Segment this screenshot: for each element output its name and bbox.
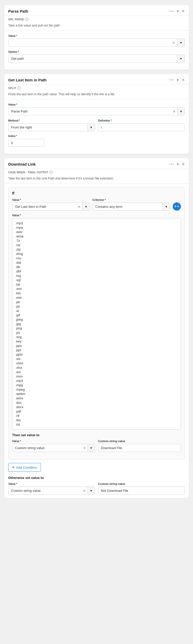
otherwise-value-select[interactable]: Custom string value ✕ ▾ [8, 487, 95, 495]
list-item: .docx [15, 405, 178, 409]
download-link-chevron-icon[interactable] [177, 162, 179, 167]
list-item: .sql [15, 278, 178, 282]
otherwise-title: Otherwise set value to [8, 476, 185, 480]
add-condition-button[interactable]: + Add Condition [8, 463, 41, 472]
get-last-item-chevron-icon[interactable] [177, 78, 179, 82]
parse-path-info-icon[interactable]: i [25, 18, 29, 21]
then-value-label: Value* [12, 440, 95, 443]
get-last-item-value-select[interactable]: Parse Path ✕ ▾ [8, 107, 185, 115]
criterion-value-chevron[interactable]: ▾ [82, 203, 90, 210]
list-item: .doc [15, 400, 178, 405]
then-value-select[interactable]: Custom string value ✕ ▾ [12, 444, 95, 452]
get-last-item-close-icon[interactable] [181, 78, 185, 82]
list-item: .avi [15, 370, 178, 374]
criterion-value-clear[interactable]: ✕ [76, 205, 82, 209]
download-link-title: Download Link [8, 162, 169, 166]
criterion-field: Criterion* Contains any term ▾ [92, 198, 170, 211]
parse-path-body: Value* ✕ ▾ Option* Get path ▾ [4, 31, 189, 70]
get-last-item-delimiter-input-group[interactable] [98, 123, 185, 131]
list-item: .xls [15, 357, 178, 361]
download-link-body: If Value* Get Last Item in Path ✕ ▾ Crit… [4, 184, 189, 498]
get-last-item-info-icon[interactable]: i [17, 86, 21, 90]
get-last-item-delimiter-label: Delimiter* [98, 119, 185, 122]
list-item: .ai [15, 308, 178, 313]
list-item: .wma [15, 234, 178, 238]
values-list-box[interactable]: .mp3.mpa.wav.wma.7z.rar.zip.dmg.csv.dat.… [12, 218, 181, 430]
then-custom-input[interactable] [98, 444, 181, 452]
download-link-info-icon[interactable]: i [49, 170, 53, 174]
parse-path-value-clear[interactable]: ✕ [170, 41, 177, 45]
list-item: .xlsm [15, 361, 178, 365]
list-item: .dat [15, 260, 178, 265]
parse-path-value-input[interactable] [8, 39, 170, 46]
then-row: Value* Custom string value ✕ ▾ Custom st… [12, 440, 181, 452]
list-item: .jar [15, 300, 178, 304]
otherwise-value-text: Custom string value [8, 487, 81, 494]
get-last-item-method-field: Method* From the right ▾ [8, 119, 95, 131]
get-last-item-index-stepper[interactable]: ▴ ▾ [8, 139, 44, 147]
get-last-item-method-delimiter-row: Method* From the right ▾ Delimiter* [8, 119, 185, 131]
parse-path-close-icon[interactable] [181, 9, 185, 14]
criterion-chevron[interactable]: ▾ [163, 203, 170, 210]
otherwise-row: Value* Custom string value ✕ ▾ Custom st… [8, 482, 185, 495]
list-item: .rtf [15, 414, 178, 418]
list-item: .dmg [15, 252, 178, 256]
get-last-item-method-text: From the right [8, 124, 87, 131]
list-item: .7z [15, 238, 178, 243]
otherwise-value-chevron[interactable]: ▾ [87, 487, 95, 494]
list-item: .png [15, 326, 178, 330]
get-last-item-value-clear[interactable]: ✕ [171, 109, 177, 114]
otherwise-value-clear[interactable]: ✕ [81, 489, 87, 493]
download-link-subtitle: CASE WHEN - FINAL OUTPUT i [4, 169, 189, 175]
parse-path-value-label: Value* [8, 34, 185, 37]
parse-path-dots-icon[interactable] [169, 10, 174, 13]
get-last-item-method-chevron[interactable]: ▾ [87, 124, 95, 131]
parse-path-title: Parse Path [8, 9, 169, 13]
then-value-chevron[interactable]: ▾ [87, 444, 95, 452]
then-section: Then set value to Value* Custom string v… [12, 433, 181, 452]
parse-path-value-input-group[interactable]: ✕ ▾ [8, 39, 185, 47]
criterion-value-label: Value* [12, 198, 90, 201]
get-last-item-index-input[interactable] [8, 139, 44, 147]
list-item: .jpg [15, 322, 178, 326]
criterion-value-select[interactable]: Get Last Item in Path ✕ ▾ [12, 203, 90, 211]
criterion-select[interactable]: Contains any term ▾ [92, 203, 170, 211]
download-link-card: Download Link CASE WHEN - FINAL OUTPUT i… [4, 158, 189, 498]
get-last-item-delimiter-field: Delimiter* [98, 119, 185, 131]
get-last-item-header: Get Last Item in Path [4, 74, 189, 85]
criterion-text: Contains any term [93, 203, 163, 210]
get-last-item-value-chevron[interactable]: ▾ [177, 108, 185, 115]
list-item: .mpa [15, 225, 178, 230]
get-last-item-delimiter-input[interactable] [98, 124, 185, 131]
list-item: .rar [15, 243, 178, 247]
if-block: If Value* Get Last Item in Path ✕ ▾ Crit… [8, 187, 185, 459]
parse-path-chevron-icon[interactable] [177, 9, 179, 14]
download-link-close-icon[interactable] [181, 162, 185, 167]
add-criterion-button[interactable]: + [173, 202, 181, 211]
list-item: .key [15, 339, 178, 344]
parse-path-option-select-group[interactable]: Get path ▾ [8, 55, 185, 63]
list-item: .tar [15, 282, 178, 287]
parse-path-value-chevron[interactable]: ▾ [177, 39, 185, 46]
parse-path-option-chevron[interactable]: ▾ [177, 55, 185, 62]
download-link-dots-icon[interactable] [169, 162, 174, 166]
get-last-item-dots-icon[interactable] [169, 78, 174, 82]
get-last-item-actions [169, 78, 185, 82]
criterion-row: Value* Get Last Item in Path ✕ ▾ Criteri… [12, 198, 181, 211]
parse-path-description: Take a link value and pull out the path [4, 22, 189, 31]
get-last-item-value-text: Parse Path [8, 108, 171, 115]
parse-path-option-value: Get path [8, 55, 177, 62]
list-item: .zip [15, 247, 178, 252]
parse-path-actions [169, 9, 185, 14]
otherwise-custom-input[interactable] [98, 487, 185, 495]
then-value-clear[interactable]: ✕ [81, 446, 87, 450]
add-criterion-plus-icon: + [174, 204, 179, 209]
get-last-item-method-select[interactable]: From the right ▾ [8, 123, 95, 131]
then-custom-field: Custom string value [98, 440, 181, 452]
list-item: .mpg [15, 383, 178, 387]
list-item: .mov [15, 374, 178, 379]
parse-path-option-field: Option* Get path ▾ [8, 50, 185, 63]
list-item: .py [15, 304, 178, 308]
list-item: .bin [15, 291, 178, 295]
get-last-item-body: Value* Parse Path ✕ ▾ Method* From the r… [4, 99, 189, 154]
